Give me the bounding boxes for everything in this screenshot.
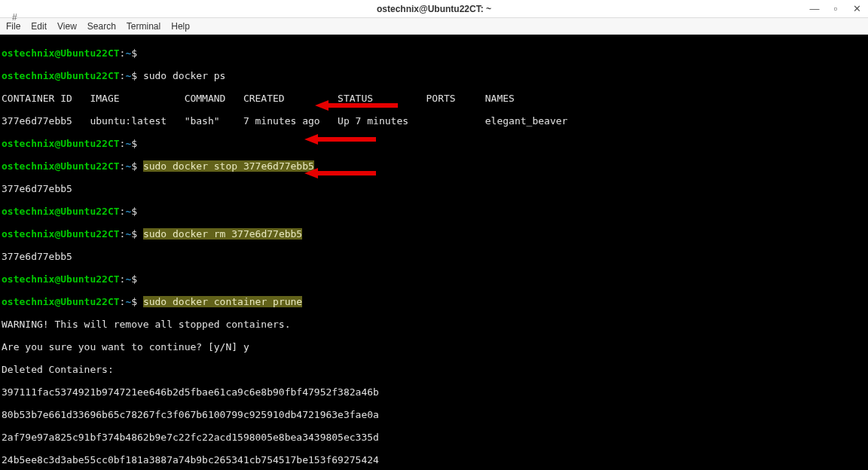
deleted-header: Deleted Containers: — [2, 364, 866, 375]
cmd-docker-ps: sudo docker ps — [143, 70, 226, 81]
arrow-icon — [304, 123, 376, 132]
prompt-user: ostechnix — [2, 273, 54, 285]
hash-line: 80b53b7e661d33696b65c78267fc3f067b610079… — [2, 409, 866, 420]
close-button[interactable]: ✕ — [851, 3, 862, 14]
prune-warning: WARNING! This will remove all stopped co… — [2, 319, 866, 330]
prune-confirm: Are you sure you want to continue? [y/N]… — [2, 341, 866, 352]
cmd-docker-stop: sudo docker stop 377e6d77ebb5 — [143, 160, 314, 172]
menu-help[interactable]: Help — [171, 21, 190, 32]
prompt-host: Ubuntu22CT — [60, 138, 119, 149]
maximize-button[interactable]: ▫ — [830, 3, 841, 14]
prompt-host: Ubuntu22CT — [60, 70, 119, 81]
arrow-icon — [315, 89, 398, 98]
prompt-dollar: $ — [131, 296, 137, 307]
menubar: File Edit View Search Terminal Help — [0, 18, 868, 35]
minimize-button[interactable]: — — [809, 3, 820, 14]
cmd-docker-rm: sudo docker rm 377e6d77ebb5 — [143, 228, 302, 240]
output-id: 377e6d77ebb5 — [2, 251, 866, 262]
svg-marker-2 — [304, 168, 376, 179]
menu-view[interactable]: View — [57, 21, 77, 32]
container-row: 377e6d77ebb5 ubuntu:latest "bash" 7 minu… — [2, 115, 866, 127]
menu-file[interactable]: File — [6, 21, 20, 32]
hash-line: 2af79e97a825c91bf374b4862b9e7c22fc22acd1… — [2, 432, 866, 443]
svg-marker-1 — [304, 134, 376, 145]
window-title: ostechnix@Ubuntu22CT: ~ — [377, 4, 491, 14]
prompt-dollar: $ — [131, 70, 137, 81]
output-id: 377e6d77ebb5 — [2, 183, 866, 194]
prompt-dollar: $ — [131, 138, 137, 149]
prompt-user: ostechnix — [2, 160, 54, 172]
header-row: CONTAINER ID IMAGE COMMAND CREATED STATU… — [2, 93, 866, 104]
prompt-host: Ubuntu22CT — [60, 296, 119, 307]
prompt-dollar: $ — [131, 206, 137, 217]
window-titlebar: # ostechnix@Ubuntu22CT: ~ — ▫ ✕ — [0, 0, 868, 18]
prompt-host: Ubuntu22CT — [60, 273, 119, 285]
prompt-dollar: $ — [131, 160, 137, 172]
prompt-host: Ubuntu22CT — [60, 206, 119, 217]
hash-line: 397111fac5374921b974721ee646b2d5fbae61ca… — [2, 386, 866, 398]
prompt-user: ostechnix — [2, 70, 54, 81]
prompt-user: ostechnix — [2, 138, 54, 149]
svg-marker-0 — [315, 100, 398, 111]
prompt-dollar: $ — [131, 228, 137, 240]
prompt-host: Ubuntu22CT — [60, 47, 119, 59]
hash-line: 24b5ee8c3d3abe55cc0bf181a3887a74b9bc2653… — [2, 454, 866, 465]
prompt-host: Ubuntu22CT — [60, 160, 119, 172]
prompt-user: ostechnix — [2, 47, 54, 59]
prompt-user: ostechnix — [2, 206, 54, 217]
prompt-user: ostechnix — [2, 296, 54, 307]
titlebar-hash: # — [12, 12, 17, 23]
arrow-icon — [304, 157, 376, 166]
prompt-user: ostechnix — [2, 228, 54, 240]
menu-terminal[interactable]: Terminal — [127, 21, 160, 32]
terminal-output[interactable]: ostechnix@Ubuntu22CT:~$ ostechnix@Ubuntu… — [0, 35, 868, 470]
cmd-docker-prune: sudo docker container prune — [143, 296, 302, 307]
prompt-host: Ubuntu22CT — [60, 228, 119, 240]
prompt-dollar: $ — [131, 273, 137, 285]
menu-search[interactable]: Search — [87, 21, 116, 32]
prompt-dollar: $ — [131, 47, 137, 59]
menu-edit[interactable]: Edit — [31, 21, 47, 32]
